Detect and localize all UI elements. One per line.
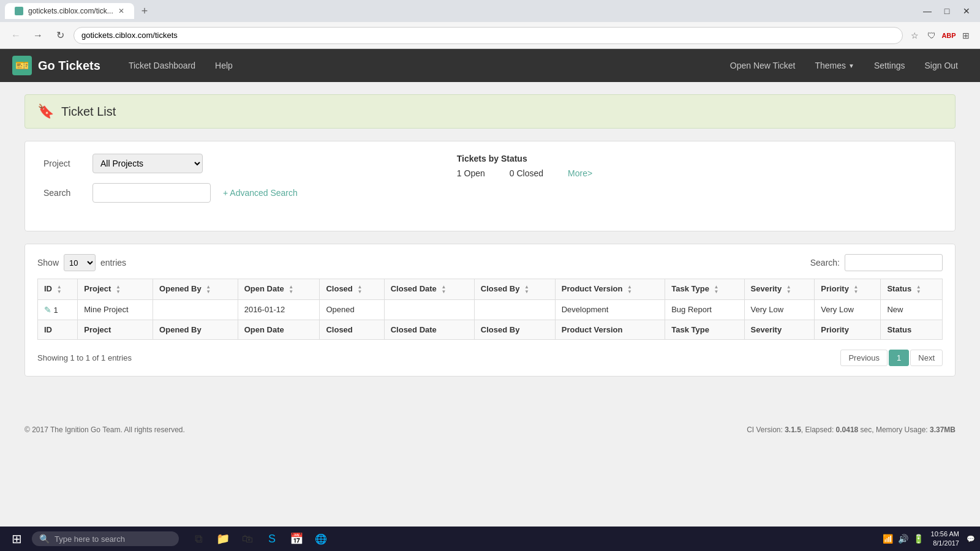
- col-closed-date[interactable]: Closed Date ▲▼: [384, 279, 474, 300]
- bookmark-icon: 🔖: [37, 103, 54, 119]
- show-entries: Show 10 25 50 100 entries: [37, 254, 126, 271]
- col-closed[interactable]: Closed ▲▼: [320, 279, 384, 300]
- address-bar[interactable]: [74, 27, 903, 44]
- copyright-text: © 2017 The Ignition Go Team. All rights …: [24, 425, 185, 434]
- col-status[interactable]: Status ▲▼: [881, 279, 943, 300]
- sort-icon-status: ▲▼: [916, 285, 921, 294]
- back-button[interactable]: ←: [7, 27, 24, 44]
- col-open-date[interactable]: Open Date ▲▼: [238, 279, 320, 300]
- project-select[interactable]: All Projects: [92, 154, 203, 173]
- nav-right: Open New Ticket Themes ▼ Settings Sign O…: [720, 49, 968, 82]
- table-body: ✎ 1 Mine Project 2016-01-12 Opened Devel…: [38, 299, 943, 320]
- col-opened-by[interactable]: Opened By ▲▼: [153, 279, 238, 300]
- skype-icon[interactable]: S: [261, 528, 283, 550]
- cell-closed-by: [474, 299, 555, 320]
- calendar-icon[interactable]: 📅: [285, 528, 307, 550]
- sort-icon-id: ▲▼: [57, 285, 62, 294]
- table-section: Show 10 25 50 100 entries Search:: [24, 244, 956, 377]
- page-1-button[interactable]: 1: [889, 350, 909, 366]
- col-severity[interactable]: Severity ▲▼: [744, 279, 815, 300]
- ci-info: CI Version: 3.1.5, Elapsed: 0.0418 sec, …: [747, 425, 956, 434]
- foot-col-open-date: Open Date: [238, 320, 320, 339]
- col-priority[interactable]: Priority ▲▼: [815, 279, 881, 300]
- entries-select[interactable]: 10 25 50 100: [64, 254, 96, 271]
- open-count: 1 Open: [457, 168, 485, 178]
- sort-icon-open-date: ▲▼: [288, 285, 293, 294]
- next-button[interactable]: Next: [910, 350, 943, 366]
- cell-product-version: Development: [555, 299, 665, 320]
- project-label: Project: [43, 159, 80, 168]
- main-content: 🔖 Ticket List Project All Projects S: [0, 82, 980, 389]
- tickets-status: Tickets by Status 1 Open 0 Closed More>: [457, 154, 592, 212]
- brand[interactable]: 🎫 Go Tickets: [12, 56, 100, 75]
- table-controls: Show 10 25 50 100 entries Search:: [37, 254, 943, 271]
- edit-icon[interactable]: ✎: [44, 305, 51, 315]
- forward-button[interactable]: →: [29, 27, 47, 44]
- sort-icon-priority: ▲▼: [853, 285, 858, 294]
- cell-project: Mine Project: [78, 299, 153, 320]
- search-input[interactable]: [92, 183, 211, 203]
- taskbar-date-display: 8/1/2017: [931, 539, 959, 548]
- cell-status: New: [881, 299, 943, 320]
- nav-settings[interactable]: Settings: [864, 49, 915, 82]
- show-label: Show: [37, 258, 59, 268]
- search-label: Search: [43, 188, 80, 198]
- browser-actions: ☆ 🛡 ABP ⊞: [908, 29, 973, 42]
- nav-open-new-ticket[interactable]: Open New Ticket: [720, 49, 805, 82]
- browser-tab[interactable]: gotickets.ciblox.com/tick... ✕: [5, 3, 134, 19]
- elapsed: 0.0418: [836, 425, 859, 434]
- pagination-row: Showing 1 to 1 of 1 entries Previous 1 N…: [37, 350, 943, 366]
- sort-icon-project: ▲▼: [116, 285, 121, 294]
- cell-severity: Very Low: [744, 299, 815, 320]
- themes-dropdown-arrow: ▼: [848, 62, 854, 69]
- entries-label: entries: [100, 258, 126, 268]
- nav-ticket-dashboard[interactable]: Ticket Dashboard: [119, 49, 205, 82]
- foot-col-status: Status: [881, 320, 943, 339]
- foot-col-id: ID: [38, 320, 78, 339]
- navbar: 🎫 Go Tickets Ticket Dashboard Help Open …: [0, 49, 980, 82]
- volume-icon: 🔊: [898, 534, 908, 544]
- office-icon: ⊞: [959, 29, 973, 42]
- sort-icon-severity: ▲▼: [786, 285, 791, 294]
- brand-icon: 🎫: [12, 56, 32, 75]
- address-input[interactable]: [81, 31, 895, 40]
- taskbar-time-display: 10:56 AM: [931, 530, 959, 539]
- taskbar-search[interactable]: 🔍: [32, 531, 179, 546]
- reload-button[interactable]: ↻: [51, 27, 69, 44]
- col-id[interactable]: ID ▲▼: [38, 279, 78, 300]
- maximize-button[interactable]: □: [938, 2, 956, 20]
- chrome-icon[interactable]: 🌐: [310, 528, 332, 550]
- advanced-search-link[interactable]: + Advanced Search: [223, 188, 298, 198]
- close-button[interactable]: ✕: [958, 2, 975, 20]
- more-link[interactable]: More>: [568, 168, 592, 178]
- nav-themes[interactable]: Themes ▼: [805, 49, 864, 82]
- new-tab-button[interactable]: +: [137, 2, 153, 20]
- taskbar: ⊞ 🔍 ⧉ 📁 🛍 S 📅 🌐 📶 🔊 🔋 10:56 AM 8/1/2017 …: [0, 527, 980, 551]
- col-project[interactable]: Project ▲▼: [78, 279, 153, 300]
- bookmark-icon[interactable]: ☆: [908, 29, 921, 42]
- nav-help[interactable]: Help: [205, 49, 243, 82]
- col-product-version[interactable]: Product Version ▲▼: [555, 279, 665, 300]
- adblock-icon: ABP: [942, 29, 956, 42]
- page-footer: © 2017 The Ignition Go Team. All rights …: [0, 413, 980, 446]
- col-task-type[interactable]: Task Type ▲▼: [665, 279, 744, 300]
- pagination-buttons: Previous 1 Next: [840, 350, 943, 366]
- start-button[interactable]: ⊞: [5, 527, 28, 550]
- foot-col-closed-date: Closed Date: [384, 320, 474, 339]
- taskbar-system-icons: 📶 🔊 🔋: [883, 534, 924, 544]
- ci-version: 3.1.5: [785, 425, 801, 434]
- col-closed-by[interactable]: Closed By ▲▼: [474, 279, 555, 300]
- taskbar-search-input[interactable]: [55, 534, 172, 544]
- minimize-button[interactable]: —: [919, 2, 936, 20]
- browser-toolbar: ← → ↻ ☆ 🛡 ABP ⊞: [0, 22, 980, 49]
- file-explorer-icon[interactable]: 📁: [212, 528, 234, 550]
- foot-col-product-version: Product Version: [555, 320, 665, 339]
- tab-close-icon[interactable]: ✕: [118, 7, 124, 15]
- previous-button[interactable]: Previous: [840, 350, 888, 366]
- table-search-input[interactable]: [845, 254, 943, 271]
- table-search-label: Search:: [810, 258, 840, 268]
- brand-name: Go Tickets: [38, 59, 100, 73]
- nav-sign-out[interactable]: Sign Out: [915, 49, 968, 82]
- store-icon[interactable]: 🛍: [236, 528, 258, 550]
- task-view-button[interactable]: ⧉: [187, 528, 209, 550]
